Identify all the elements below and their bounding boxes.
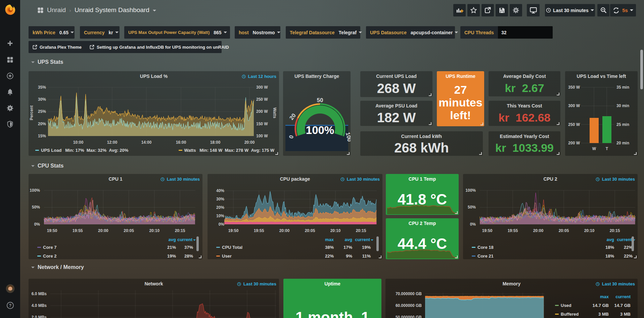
svg-text:20: 20 — [288, 112, 297, 121]
svg-text:?: ? — [9, 303, 11, 308]
svg-text:100%: 100% — [306, 124, 334, 136]
svg-text:50: 50 — [317, 97, 323, 103]
